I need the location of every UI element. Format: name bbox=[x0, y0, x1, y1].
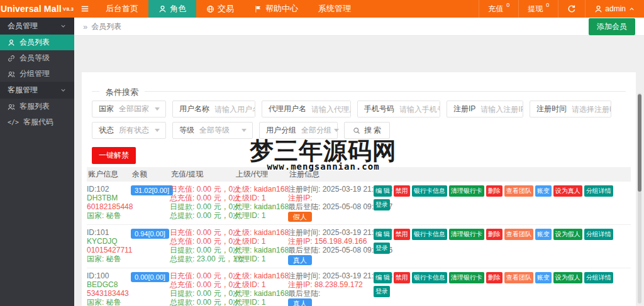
topbar: Universal MallV8.3 后台首页 角色 交易 帮助中心 系统管理 … bbox=[0, 0, 644, 18]
balance-badge[interactable]: 0.94[0.00] bbox=[131, 229, 169, 239]
action-button[interactable]: 登录 bbox=[374, 199, 390, 210]
recharge-button[interactable]: 充值0 bbox=[479, 0, 518, 18]
top-menu-trade[interactable]: 交易 bbox=[196, 0, 244, 18]
filter-row-1: 国家 全部国家 用户名称 代理用户名 手机号码 注册IP bbox=[92, 101, 626, 117]
row-actions: 编 辑禁用银行卡信息清理银行卡删除查看团队账变设为假人分组详情登录 bbox=[374, 271, 631, 297]
action-button[interactable]: 禁用 bbox=[394, 185, 410, 197]
member-username[interactable]: KYCDJQ bbox=[87, 237, 131, 246]
parent-name: kaidan168 bbox=[254, 185, 289, 194]
day-charge: 0.00 元，0次 bbox=[197, 271, 240, 280]
total-withdraw: 0.00 元，0次 bbox=[197, 211, 240, 220]
register-ip-input[interactable] bbox=[480, 101, 523, 117]
register-time-input[interactable] bbox=[572, 101, 611, 117]
action-button[interactable]: 银行卡信息 bbox=[412, 272, 447, 283]
action-button[interactable]: 清理银行卡 bbox=[449, 229, 484, 240]
action-button[interactable]: 禁用 bbox=[394, 229, 410, 240]
action-button[interactable]: 登录 bbox=[374, 286, 390, 297]
agent-username-field[interactable]: 代理用户名 bbox=[262, 101, 351, 117]
user-group-select[interactable]: 用户分组 全部分组 bbox=[259, 122, 338, 139]
member-country: 秘鲁 bbox=[106, 254, 121, 263]
member-username[interactable]: DH3TBM bbox=[87, 194, 131, 202]
refresh-button[interactable] bbox=[558, 0, 585, 18]
phone-input[interactable] bbox=[399, 101, 440, 117]
top-menu: 后台首页 角色 交易 帮助中心 系统管理 bbox=[96, 0, 361, 18]
register-cell: 注册时间: 2025-03-19 21:37:58 注册IP: 88.238.5… bbox=[288, 271, 374, 306]
username-field[interactable]: 用户名称 bbox=[172, 101, 255, 117]
action-button[interactable]: 账变 bbox=[535, 229, 552, 240]
charge-cell: 日充值: 0.00 元，0次 总充值: 0.00 元，0次 日提款: 0.00 … bbox=[170, 185, 235, 220]
action-button[interactable]: 清理银行卡 bbox=[449, 185, 484, 197]
recharge-badge: 0 bbox=[506, 2, 509, 8]
unban-all-button[interactable]: 一键解禁 bbox=[92, 147, 136, 164]
top-menu-system[interactable]: 系统管理 bbox=[308, 0, 361, 18]
status-select[interactable]: 状态 所有状态 bbox=[92, 122, 166, 139]
sidebar-item-member-list[interactable]: 会员列表 bbox=[0, 35, 74, 50]
action-button[interactable]: 账变 bbox=[535, 185, 552, 197]
agent-username-input[interactable] bbox=[311, 101, 350, 117]
sidebar-item-service-list[interactable]: 客服列表 bbox=[0, 99, 74, 114]
action-button[interactable]: 编 辑 bbox=[374, 185, 392, 197]
action-button[interactable]: 银行卡信息 bbox=[412, 185, 447, 197]
action-button[interactable]: 分组详情 bbox=[584, 272, 613, 283]
balance-badge[interactable]: 31.02[0.00] bbox=[131, 185, 173, 195]
action-button[interactable]: 删除 bbox=[486, 185, 502, 197]
chevron-down-icon bbox=[155, 129, 160, 132]
action-button[interactable]: 账变 bbox=[535, 272, 552, 283]
balance-cell: 0.00[0.00] bbox=[131, 271, 170, 282]
phone-field[interactable]: 手机号码 bbox=[357, 101, 440, 117]
sidebar-group-member-mgmt[interactable]: 会员管理 bbox=[0, 18, 74, 35]
withdraw-button[interactable]: 提现0 bbox=[518, 0, 558, 18]
action-button[interactable]: 查看团队 bbox=[504, 229, 533, 240]
action-button[interactable]: 清理银行卡 bbox=[449, 272, 484, 283]
agent-name: kaidan168 bbox=[254, 202, 289, 211]
top-menu-home[interactable]: 后台首页 bbox=[96, 0, 148, 18]
action-button[interactable]: 删除 bbox=[486, 272, 502, 283]
top-menu-help[interactable]: 帮助中心 bbox=[244, 0, 308, 18]
add-member-button[interactable]: 添加会员 bbox=[589, 18, 635, 35]
member-username[interactable]: BEDGC8 bbox=[87, 280, 131, 289]
user-dropdown[interactable]: admin bbox=[585, 0, 644, 18]
action-button[interactable]: 设为假人 bbox=[553, 229, 582, 240]
action-button[interactable]: 设为假人 bbox=[553, 272, 582, 283]
action-button[interactable]: 银行卡信息 bbox=[412, 229, 447, 240]
sidebar-group-service-mgmt[interactable]: 客服管理 bbox=[0, 82, 74, 99]
action-button[interactable]: 编 辑 bbox=[374, 229, 392, 240]
action-button[interactable]: 分组详情 bbox=[584, 229, 613, 240]
country-select[interactable]: 国家 全部国家 bbox=[92, 101, 166, 117]
globe-icon bbox=[206, 5, 214, 13]
action-button[interactable]: 登录 bbox=[374, 243, 390, 254]
member-table: 账户信息 余额 充值/提现 上级/代理 注册信息 ID:102 DH3TBM 6… bbox=[87, 167, 631, 306]
balance-badge[interactable]: 0.00[0.00] bbox=[131, 272, 169, 282]
action-button[interactable]: 禁用 bbox=[394, 272, 410, 283]
reg-ip: 156.198.49.166 bbox=[314, 237, 367, 246]
link-icon bbox=[8, 55, 15, 62]
agent-name: kaidan168 bbox=[254, 246, 289, 254]
top-menu-role[interactable]: 角色 bbox=[148, 0, 196, 18]
hamburger-menu-icon[interactable] bbox=[74, 0, 96, 18]
header-parent: 上级/代理 bbox=[235, 169, 288, 180]
sidebar-item-group-mgmt[interactable]: 分组管理 bbox=[0, 66, 74, 82]
action-button[interactable]: 查看团队 bbox=[504, 185, 533, 197]
register-time-field[interactable]: 注册时间 bbox=[530, 101, 611, 117]
action-button[interactable]: 查看团队 bbox=[504, 272, 533, 283]
level-select[interactable]: 等级 全部等级 bbox=[172, 122, 253, 139]
sidebar-item-service-code[interactable]: </> 客服代码 bbox=[0, 114, 74, 130]
action-button[interactable]: 设为真人 bbox=[553, 185, 582, 197]
action-button[interactable]: 删除 bbox=[486, 229, 502, 240]
member-id: ID:101 bbox=[87, 228, 131, 237]
row-actions: 编 辑禁用银行卡信息清理银行卡删除查看团队账变设为假人分组详情登录 bbox=[374, 228, 631, 254]
username-input[interactable] bbox=[214, 101, 255, 117]
app-logo: Universal MallV8.3 bbox=[0, 0, 74, 18]
account-cell: ID:101 KYCDJQ 01015427711 国家: 秘鲁 bbox=[87, 228, 131, 263]
action-button[interactable]: 编 辑 bbox=[374, 272, 392, 283]
register-ip-field[interactable]: 注册IP bbox=[447, 101, 523, 117]
table-row: ID:101 KYCDJQ 01015427711 国家: 秘鲁 0.94[0.… bbox=[87, 225, 631, 268]
header-register: 注册信息 bbox=[288, 169, 374, 180]
action-button[interactable]: 分组详情 bbox=[584, 185, 613, 197]
reg-ip: 88.238.59.172 bbox=[314, 280, 363, 289]
search-button[interactable]: 搜 索 bbox=[344, 122, 390, 139]
chevron-down-icon bbox=[334, 129, 339, 132]
sidebar-item-member-level[interactable]: 会员等级 bbox=[0, 50, 74, 66]
sidebar: 会员管理 会员列表 会员等级 分组管理 客服管理 客服列表 </> 客服代码 bbox=[0, 18, 74, 306]
scrollbar-thumb[interactable] bbox=[638, 94, 641, 192]
